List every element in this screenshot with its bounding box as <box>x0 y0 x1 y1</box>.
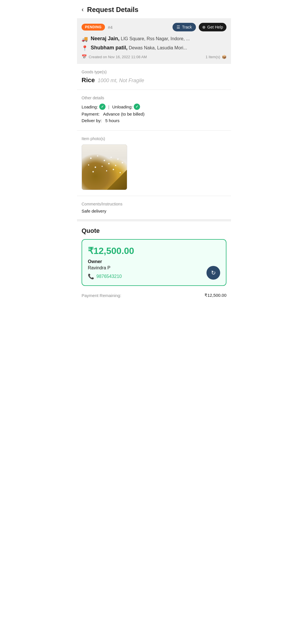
item-photo[interactable] <box>82 144 127 190</box>
separator: | <box>108 104 110 109</box>
quote-phone-number: 9876543210 <box>96 274 122 279</box>
refresh-button[interactable]: ↻ <box>206 266 220 280</box>
goods-section-label: Goods type(s) <box>82 70 226 74</box>
items-count: 1 Item(s) 📦 <box>206 55 226 59</box>
other-details-label: Other details <box>82 96 226 100</box>
loading-label: Loading: <box>82 104 98 109</box>
loading-check-icon: ✓ <box>99 104 106 110</box>
quote-amount: ₹12,500.00 <box>88 245 220 256</box>
quote-card: ₹12,500.00 Owner Ravindra P 📞 9876543210… <box>82 239 226 286</box>
request-top-row: PENDING #4 ☰ Track ⊗ Get Help <box>82 23 226 31</box>
status-badge: PENDING <box>82 24 105 31</box>
page-title: Request Details <box>87 6 138 14</box>
back-button[interactable]: ‹ <box>82 6 84 13</box>
quote-owner-name: Ravindra P <box>88 265 220 270</box>
to-name: Shubham patil, <box>91 45 127 51</box>
track-button[interactable]: ☰ Track <box>173 23 196 31</box>
to-location-row: 📍 Shubham patil, Dewas Naka, Lasudia Mor… <box>82 45 226 51</box>
get-help-label: Get Help <box>207 25 223 29</box>
quote-section: Quote ₹12,500.00 Owner Ravindra P 📞 9876… <box>77 221 231 306</box>
comments-section: Comments/Instructions Safe delivery <box>77 196 231 221</box>
goods-type-row: Rice 1000 mt, Not Fragile <box>82 76 226 84</box>
box-icon: 📦 <box>222 55 226 59</box>
payment-row: Payment: Advance (to be billed) <box>82 112 226 116</box>
get-help-button[interactable]: ⊗ Get Help <box>199 23 226 31</box>
help-icon: ⊗ <box>202 25 206 29</box>
unloading-check-icon: ✓ <box>134 104 140 110</box>
payment-remaining-label: Payment Remaining: <box>82 293 121 298</box>
request-number: #4 <box>108 25 113 30</box>
photo-section-label: Item photo(s) <box>82 136 226 141</box>
track-label: Track <box>182 25 192 29</box>
payment-remaining-row: Payment Remaining: ₹12,500.00 <box>82 290 226 300</box>
quote-owner-label: Owner <box>88 259 220 264</box>
to-address: Dewas Naka, Lasudia Mori... <box>127 45 187 50</box>
track-icon: ☰ <box>177 25 180 29</box>
truck-icon: 🚚 <box>82 36 88 42</box>
from-address: LIG Square, Rss Nagar, Indore, ... <box>119 36 190 41</box>
request-card: PENDING #4 ☰ Track ⊗ Get Help 🚚 Neeraj J… <box>77 18 231 64</box>
pin-icon: 📍 <box>82 45 88 51</box>
payment-label: Payment: <box>82 112 100 116</box>
phone-icon: 📞 <box>88 273 94 280</box>
payment-value: Advance (to be billed) <box>103 112 145 116</box>
meta-row: 📅 Created on Nov 16, 2022 11:08 AM 1 Ite… <box>82 54 226 59</box>
from-location-row: 🚚 Neeraj Jain, LIG Square, Rss Nagar, In… <box>82 35 226 42</box>
goods-section: Goods type(s) Rice 1000 mt, Not Fragile <box>77 64 231 90</box>
header: ‹ Request Details <box>77 0 231 18</box>
from-location: Neeraj Jain, LIG Square, Rss Nagar, Indo… <box>91 35 190 42</box>
photo-section: Item photo(s) <box>77 131 231 196</box>
unloading-label: Unloading: <box>112 104 133 109</box>
other-details-section: Other details Loading: ✓ | Unloading: ✓ … <box>77 90 231 131</box>
created-date: 📅 Created on Nov 16, 2022 11:08 AM <box>82 54 147 59</box>
loading-row: Loading: ✓ | Unloading: ✓ <box>82 104 226 110</box>
to-location: Shubham patil, Dewas Naka, Lasudia Mori.… <box>91 45 187 51</box>
deliver-row: Deliver by: 5 hours <box>82 118 226 123</box>
quote-phone-row[interactable]: 📞 9876543210 <box>88 273 220 280</box>
deliver-label: Deliver by: <box>82 118 102 123</box>
goods-details: 1000 mt, Not Fragile <box>98 78 144 84</box>
comments-text: Safe delivery <box>82 209 226 213</box>
payment-remaining-amount: ₹12,500.00 <box>204 293 226 298</box>
quote-title: Quote <box>82 227 226 235</box>
comments-label: Comments/Instructions <box>82 202 226 206</box>
from-name: Neeraj Jain, <box>91 36 119 41</box>
deliver-value: 5 hours <box>105 118 119 123</box>
calendar-icon: 📅 <box>82 54 87 59</box>
goods-name: Rice <box>82 76 95 84</box>
refresh-icon: ↻ <box>211 269 216 276</box>
